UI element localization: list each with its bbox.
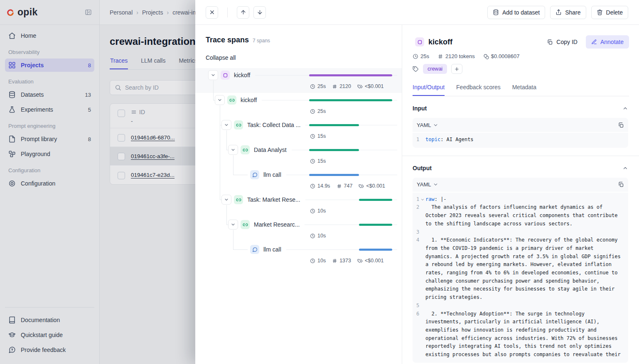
code-line: 3	[413, 228, 628, 237]
line-number: 6	[413, 310, 419, 359]
header-divider	[227, 7, 228, 17]
line-number: 3	[413, 228, 419, 237]
detail-tabs: Input/OutputFeedback scoresMetadata	[413, 84, 629, 96]
share-button[interactable]: Share	[550, 6, 586, 19]
fold-gutter	[419, 302, 425, 310]
duration-bar	[359, 249, 392, 251]
fold-gutter	[419, 136, 425, 144]
trace-duration: 25s	[413, 53, 429, 59]
input-section-label: Input	[413, 105, 427, 112]
span-duration: 10s	[310, 233, 326, 239]
expand-chevron-icon[interactable]	[228, 220, 238, 230]
collapse-section-chevron-up-icon[interactable]	[622, 105, 628, 111]
span-duration: 14.9s	[310, 183, 330, 189]
link-icon	[234, 120, 243, 129]
span-name: Market Researc...	[254, 221, 300, 228]
expand-chevron-icon[interactable]	[215, 95, 225, 105]
clock-icon	[310, 134, 315, 139]
format-select[interactable]: YAML	[417, 181, 438, 188]
expand-chevron-icon[interactable]	[208, 70, 218, 80]
code-line: 4 1. **Economic Indicators**: The recove…	[413, 236, 628, 302]
trace-icon	[221, 71, 230, 80]
previous-trace-arrow-up-icon[interactable]	[237, 6, 249, 19]
price-tags-icon	[357, 258, 363, 264]
span-detail-panel: kickoff Copy ID Annotate 25s 2120 token	[402, 25, 639, 364]
span-tokens: 1373	[332, 258, 351, 264]
dataset-icon	[493, 9, 499, 15]
trace-drawer: Add to dataset Share Delete Trace spans7…	[195, 0, 639, 364]
span-row-kickoff[interactable]: kickoff25s2120<$0.001	[195, 68, 402, 93]
next-trace-arrow-down-icon[interactable]	[253, 6, 266, 19]
copy-code-icon[interactable]	[618, 181, 624, 188]
fold-gutter	[419, 203, 425, 228]
fold-gutter	[419, 236, 425, 302]
link-icon	[241, 145, 250, 154]
span-name: Task: Market Rese...	[247, 196, 300, 203]
code-line: 6 2. **Technology Adoption**: The surge …	[413, 310, 628, 359]
expand-chevron-icon[interactable]	[221, 195, 231, 205]
span-cost: <$0.001	[357, 258, 384, 264]
clock-icon	[310, 233, 315, 239]
span-name: Task: Collect Data ...	[247, 122, 300, 128]
annotate-button[interactable]: Annotate	[586, 35, 629, 49]
fold-gutter	[419, 310, 425, 359]
span-cost: <$0.001	[359, 183, 385, 189]
add-tag-button[interactable]	[451, 64, 462, 74]
fold-gutter	[419, 228, 425, 237]
detail-tab-metadata[interactable]: Metadata	[512, 84, 536, 96]
line-number: 2	[413, 203, 419, 228]
output-section-label: Output	[413, 165, 432, 171]
span-row-llm-call[interactable]: llm call10s1373<$0.001	[195, 242, 402, 267]
clock-icon	[413, 54, 418, 59]
hash-icon	[337, 183, 342, 189]
trace-cost: $0.0008607	[483, 53, 520, 59]
span-tokens: 2120	[332, 83, 351, 89]
share-icon	[555, 9, 562, 15]
expand-chevron-icon[interactable]	[228, 145, 238, 155]
delete-button[interactable]: Delete	[591, 6, 628, 19]
bubble-icon	[250, 170, 259, 179]
fold-chevron-icon[interactable]	[419, 195, 425, 204]
code-line: 5	[413, 302, 628, 310]
chevron-down-icon	[433, 122, 438, 128]
span-count: 7 spans	[253, 38, 270, 44]
span-name: kickoff	[241, 97, 257, 103]
tag-crewai[interactable]: crewai	[423, 64, 447, 74]
span-duration: 25s	[310, 108, 326, 114]
duration-bar	[309, 74, 392, 76]
modal-dim-overlay	[0, 0, 195, 364]
duration-bar	[359, 224, 392, 226]
hash-icon	[332, 258, 337, 264]
link-icon	[241, 220, 250, 229]
span-title: kickoff	[428, 38, 452, 46]
copy-code-icon[interactable]	[618, 122, 624, 128]
span-row-llm-call[interactable]: llm call14.9s747<$0.001	[195, 168, 402, 193]
span-duration: 10s	[310, 208, 326, 214]
span-name: kickoff	[234, 72, 250, 78]
trace-icon	[415, 37, 424, 46]
collapse-section-chevron-up-icon[interactable]	[622, 165, 628, 171]
price-tags-icon	[359, 183, 364, 189]
span-cost: <$0.001	[357, 83, 384, 89]
copy-id-button[interactable]: Copy ID	[547, 39, 578, 45]
add-to-dataset-button[interactable]: Add to dataset	[487, 6, 545, 19]
close-icon[interactable]	[206, 6, 218, 19]
span-duration: 15s	[310, 158, 326, 164]
output-code-block: YAML 1raw: |-2 The analysis of factors i…	[413, 178, 628, 363]
expand-chevron-icon[interactable]	[221, 120, 231, 130]
input-code-block: YAML 1topic: AI Agents	[413, 118, 628, 148]
span-name: llm call	[263, 246, 281, 253]
price-tags-icon	[357, 84, 363, 89]
span-row-kickoff[interactable]: kickoff25s	[195, 93, 402, 118]
detail-tab-input-output[interactable]: Input/Output	[413, 84, 445, 96]
format-select[interactable]: YAML	[417, 122, 438, 128]
hash-icon	[437, 54, 443, 59]
span-tokens: 747	[337, 183, 353, 189]
line-number: 4	[413, 236, 419, 302]
collapse-all-button[interactable]: Collapse all	[206, 54, 236, 61]
duration-bar	[309, 124, 359, 126]
tag-icon	[413, 66, 419, 72]
hash-icon	[332, 84, 337, 89]
span-duration: 25s	[310, 83, 326, 89]
detail-tab-feedback-scores[interactable]: Feedback scores	[456, 84, 501, 96]
